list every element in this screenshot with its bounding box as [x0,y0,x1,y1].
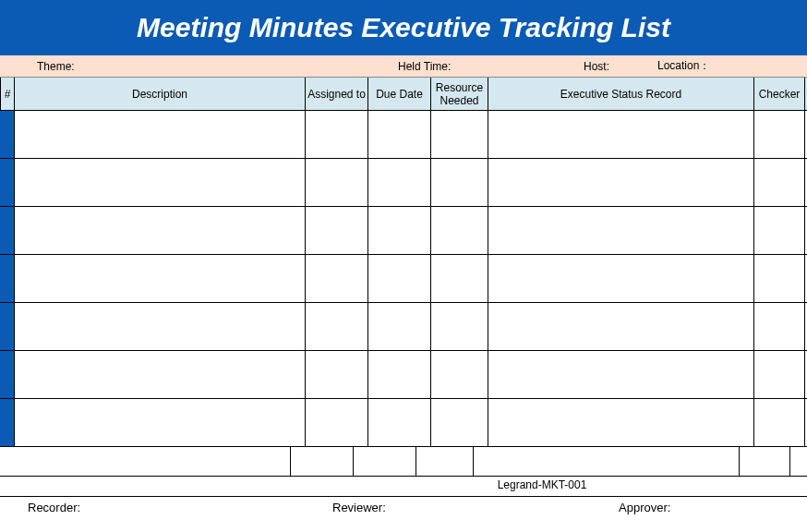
cell-assigned [306,207,368,254]
meta-row: Theme: Held Time: Host: Location： [0,55,807,78]
row-num-accent [0,111,15,158]
cell-due [368,399,431,446]
approver-label: Approver: [572,501,803,514]
cell-checker [754,351,805,398]
cell-due [368,303,431,350]
col-header-assigned-to: Assigned to [306,78,368,110]
cell-resource [431,255,488,302]
cell-checker [754,303,805,350]
doc-id: Legrand-MKT-001 [498,478,587,491]
cell-description [15,303,306,350]
cell-resource [431,399,488,446]
doc-id-row: Legrand-MKT-001 [0,477,807,497]
col-header-status-record: Executive Status Record [488,78,754,110]
row-num-accent [0,303,15,350]
cell-due [368,159,431,206]
col-header-checker: Checker [754,78,805,110]
cell-assigned [306,159,368,206]
cell-checker [754,399,805,446]
row-num-accent [0,255,15,302]
cell-description [15,111,306,158]
cell-description [0,447,291,476]
cell-assigned [306,255,368,302]
table-row [0,159,807,207]
col-header-resource-needed: Resource Needed [431,78,488,110]
signature-row: Recorder: Reviewer: Approver: [0,497,807,517]
cell-due [368,255,431,302]
cell-assigned [306,351,368,398]
table-header: # Description Assigned to Due Date Resou… [0,78,807,111]
row-num-accent [0,351,15,398]
cell-status [488,399,754,446]
cell-description [15,255,306,302]
cell-status [488,159,754,206]
cell-checker [754,207,805,254]
table-row [0,399,807,447]
title-bar: Meeting Minutes Executive Tracking List [0,0,807,55]
reviewer-label: Reviewer: [332,501,572,514]
table-row [0,303,807,351]
table-row [0,447,807,477]
table-row [0,207,807,255]
table-row [0,111,807,159]
cell-status [474,447,740,476]
cell-resource [431,207,488,254]
cell-status [488,111,754,158]
cell-assigned [291,447,354,476]
cell-status [488,255,754,302]
cell-status [488,207,754,254]
cell-checker [754,159,805,206]
meta-host-label: Host: [547,60,657,73]
page-title: Meeting Minutes Executive Tracking List [137,12,670,43]
meta-held-time-label: Held Time: [306,60,547,73]
cell-due [368,111,431,158]
cell-due [354,447,416,476]
col-header-description: Description [15,78,306,110]
meta-location-label: Location： [657,58,805,74]
cell-resource [431,303,488,350]
cell-description [15,399,306,446]
cell-due [368,207,431,254]
cell-description [15,159,306,206]
cell-due [368,351,431,398]
cell-checker [754,111,805,158]
cell-assigned [306,111,368,158]
cell-resource [431,159,488,206]
cell-status [488,303,754,350]
table-row [0,351,807,399]
cell-resource [431,111,488,158]
cell-checker [740,447,790,476]
row-num-accent [0,207,15,254]
cell-description [15,351,306,398]
cell-checker [754,255,805,302]
col-header-due-date: Due Date [368,78,431,110]
meta-theme-label: Theme: [0,60,306,73]
recorder-label: Recorder: [0,501,332,514]
cell-assigned [306,303,368,350]
row-num-accent [0,159,15,206]
cell-description [15,207,306,254]
col-header-num: # [0,78,15,110]
cell-assigned [306,399,368,446]
table-row [0,255,807,303]
cell-status [488,351,754,398]
row-num-accent [0,399,15,446]
meeting-minutes-form: Meeting Minutes Executive Tracking List … [0,0,807,532]
cell-resource [416,447,474,476]
cell-resource [431,351,488,398]
